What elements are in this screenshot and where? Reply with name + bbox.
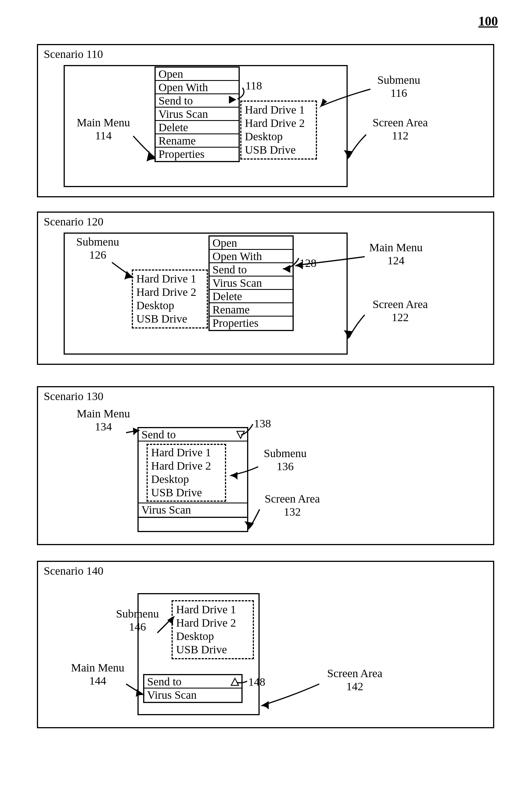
scenario-130: Scenario 130 Send to Hard Drive 1 Hard D…	[37, 386, 494, 545]
submenu-item-hd1[interactable]: Hard Drive 1	[173, 603, 252, 616]
label-128: 128	[299, 257, 317, 270]
label-118: 118	[245, 79, 262, 92]
submenu-item-hd2[interactable]: Hard Drive 2	[148, 459, 224, 473]
scenario-110-title: Scenario 110	[44, 47, 103, 61]
figure-number: 100	[478, 14, 498, 29]
submenu-136[interactable]: Hard Drive 1 Hard Drive 2 Desktop USB Dr…	[147, 444, 226, 502]
main-menu-124[interactable]: Open Open With Send to Virus Scan Delete…	[208, 235, 294, 331]
menu-item-virus-scan[interactable]: Virus Scan	[210, 276, 292, 290]
submenu-item-hd1[interactable]: Hard Drive 1	[133, 272, 206, 286]
submenu-item-usb[interactable]: USB Drive	[173, 643, 252, 656]
scenario-120-title: Scenario 120	[44, 215, 103, 228]
menu-item-rename[interactable]: Rename	[156, 134, 239, 148]
label-screen-area-112: Screen Area 112	[365, 116, 436, 142]
submenu-item-desktop[interactable]: Desktop	[242, 130, 315, 143]
scenario-140: Scenario 140 Hard Drive 1 Hard Drive 2 D…	[37, 561, 494, 728]
main-menu-114[interactable]: Open Open With Send to Virus Scan Delete…	[154, 66, 240, 162]
submenu-item-hd1[interactable]: Hard Drive 1	[242, 103, 315, 117]
main-menu-134[interactable]: Send to Hard Drive 1 Hard Drive 2 Deskto…	[137, 427, 248, 518]
menu-item-send-to[interactable]: Send to	[139, 428, 247, 442]
label-main-menu-134: Main Menu 134	[72, 407, 135, 433]
menu-item-open-with[interactable]: Open With	[156, 81, 239, 94]
submenu-item-usb[interactable]: USB Drive	[148, 486, 224, 499]
label-submenu-126: Submenu 126	[69, 235, 126, 262]
scenario-110: Scenario 110 Open Open With Send to Viru…	[37, 44, 494, 197]
main-menu-144[interactable]: Send to Virus Scan	[143, 674, 243, 703]
submenu-item-desktop[interactable]: Desktop	[148, 473, 224, 486]
label-submenu-116: Submenu 116	[370, 74, 427, 100]
submenu-146[interactable]: Hard Drive 1 Hard Drive 2 Desktop USB Dr…	[172, 600, 254, 659]
scenario-120: Scenario 120 Open Open With Send to Viru…	[37, 212, 494, 365]
menu-item-virus-scan[interactable]: Virus Scan	[144, 689, 242, 702]
menu-item-properties[interactable]: Properties	[210, 316, 292, 330]
label-main-menu-124: Main Menu 124	[365, 241, 427, 267]
menu-item-send-to[interactable]: Send to	[210, 263, 292, 276]
submenu-item-hd2[interactable]: Hard Drive 2	[133, 286, 206, 299]
menu-item-properties[interactable]: Properties	[156, 148, 239, 161]
label-main-menu-114: Main Menu 114	[72, 116, 135, 142]
submenu-item-hd2[interactable]: Hard Drive 2	[173, 616, 252, 630]
menu-item-delete[interactable]: Delete	[156, 121, 239, 134]
menu-item-rename[interactable]: Rename	[210, 303, 292, 316]
scenario-130-title: Scenario 130	[44, 389, 103, 403]
label-148: 148	[248, 675, 265, 689]
label-screen-area-142: Screen Area 142	[319, 667, 390, 693]
submenu-116[interactable]: Hard Drive 1 Hard Drive 2 Desktop USB Dr…	[240, 100, 317, 159]
scenario-140-title: Scenario 140	[44, 564, 103, 578]
menu-item-open[interactable]: Open	[156, 67, 239, 81]
menu-item-open-with[interactable]: Open With	[210, 250, 292, 263]
menu-item-delete[interactable]: Delete	[210, 290, 292, 303]
menu-item-virus-scan[interactable]: Virus Scan	[156, 108, 239, 121]
label-submenu-146: Submenu 146	[109, 607, 166, 634]
menu-item-virus-scan[interactable]: Virus Scan	[139, 503, 247, 517]
submenu-item-usb[interactable]: USB Drive	[133, 312, 206, 326]
label-main-menu-144: Main Menu 144	[66, 661, 129, 688]
submenu-item-desktop[interactable]: Desktop	[173, 630, 252, 643]
label-screen-area-122: Screen Area 122	[365, 298, 436, 324]
menu-item-open[interactable]: Open	[210, 236, 292, 250]
menu-item-send-to[interactable]: Send to	[156, 94, 239, 108]
submenu-item-desktop[interactable]: Desktop	[133, 299, 206, 312]
submenu-126[interactable]: Hard Drive 1 Hard Drive 2 Desktop USB Dr…	[132, 269, 208, 329]
submenu-item-hd1[interactable]: Hard Drive 1	[148, 446, 224, 459]
menu-item-send-to[interactable]: Send to	[144, 675, 242, 689]
label-138: 138	[254, 417, 271, 430]
submenu-item-hd2[interactable]: Hard Drive 2	[242, 117, 315, 130]
label-submenu-136: Submenu 136	[257, 447, 314, 473]
submenu-item-usb[interactable]: USB Drive	[242, 143, 315, 157]
label-screen-area-132: Screen Area 132	[257, 492, 328, 519]
